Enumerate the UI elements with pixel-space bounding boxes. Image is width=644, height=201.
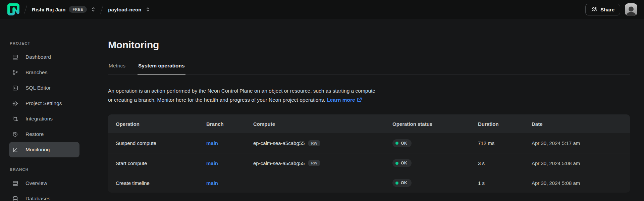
status-cell: OK <box>392 139 478 147</box>
status-ok-dot-icon <box>395 182 398 185</box>
status-badge: OK <box>392 179 412 187</box>
date-cell: Apr 30, 2024 5:08 am <box>532 180 630 186</box>
breadcrumb-slash <box>24 5 27 13</box>
status-label: OK <box>401 141 407 146</box>
user-avatar[interactable] <box>625 3 637 16</box>
compute-endpoint: ep-calm-sea-a5cabg55 <box>253 140 305 146</box>
sidebar-item-project-settings[interactable]: Project Settings <box>9 96 79 111</box>
top-bar: Rishi Raj Jain FREE payload-neon <box>0 0 644 19</box>
project-selector[interactable]: payload-neon <box>108 6 150 12</box>
status-badge: OK <box>392 139 412 147</box>
status-cell: OK <box>392 159 478 167</box>
status-label: OK <box>401 181 407 185</box>
compute-cell: ep-calm-sea-a5cabg55RW <box>253 140 392 146</box>
share-button[interactable]: Share <box>585 4 620 15</box>
org-selector[interactable]: Rishi Raj Jain FREE <box>32 6 96 13</box>
status-label: OK <box>401 161 407 165</box>
chevron-updown-icon[interactable] <box>91 6 96 12</box>
page-title: Monitoring <box>108 39 630 51</box>
plan-badge: FREE <box>69 6 87 13</box>
branch-link[interactable]: main <box>206 160 218 166</box>
learn-more-label: Learn more <box>327 95 355 104</box>
column-header-branch: Branch <box>206 121 253 127</box>
sidebar-item-label: Overview <box>25 180 47 186</box>
sidebar-item-label: Databases <box>25 196 50 201</box>
status-ok-dot-icon <box>395 142 398 145</box>
tab-system-operations[interactable]: System operations <box>138 63 185 74</box>
sidebar-item-databases[interactable]: Databases <box>9 191 79 201</box>
duration-cell: 1 s <box>478 180 532 186</box>
sql-editor-icon <box>12 85 18 91</box>
column-header-date: Date <box>532 121 630 127</box>
sidebar-item-label: Monitoring <box>25 147 50 153</box>
compute-endpoint: ep-calm-sea-a5cabg55 <box>253 160 305 166</box>
column-header-operation-status: Operation status <box>392 121 478 127</box>
branch-cell: main <box>206 180 253 186</box>
duration-cell: 712 ms <box>478 140 532 146</box>
operation-cell: Suspend compute <box>116 140 206 146</box>
sidebar-section-label: BRANCH <box>10 167 93 171</box>
sidebar-item-dashboard[interactable]: Dashboard <box>9 49 79 65</box>
monitoring-icon <box>12 147 18 153</box>
sidebar-item-label: SQL Editor <box>25 85 51 91</box>
table-row: Suspend computemainep-calm-sea-a5cabg55R… <box>108 133 630 153</box>
column-header-compute: Compute <box>253 121 392 127</box>
operation-cell: Start compute <box>116 160 206 166</box>
sidebar-section-label: PROJECT <box>10 41 93 45</box>
restore-icon <box>12 132 18 137</box>
branch-cell: main <box>206 160 253 166</box>
tab-bar: MetricsSystem operations <box>108 63 630 74</box>
branch-link[interactable]: main <box>206 180 218 186</box>
sidebar-item-integrations[interactable]: Integrations <box>9 111 79 127</box>
branch-link[interactable]: main <box>206 140 218 146</box>
integrations-icon <box>12 116 18 122</box>
sidebar: PROJECTDashboardBranchesSQL EditorProjec… <box>0 19 93 201</box>
sidebar-item-label: Integrations <box>25 116 53 122</box>
dashboard-icon <box>12 54 18 60</box>
project-name: payload-neon <box>108 7 141 12</box>
databases-icon <box>12 196 18 201</box>
avatar-silhouette-icon <box>625 6 637 16</box>
page-description: An operation is an action performed by t… <box>108 86 630 104</box>
sidebar-item-monitoring[interactable]: Monitoring <box>9 142 79 157</box>
description-line-1: An operation is an action performed by t… <box>108 88 375 94</box>
date-cell: Apr 30, 2024 5:17 am <box>532 140 630 146</box>
external-link-icon <box>357 97 362 102</box>
branch-cell: main <box>206 140 253 146</box>
compute-rw-badge: RW <box>308 160 320 166</box>
neon-logo-icon[interactable] <box>7 3 19 15</box>
compute-cell: ep-calm-sea-a5cabg55RW <box>253 160 392 166</box>
sidebar-item-label: Project Settings <box>25 100 62 106</box>
breadcrumb: Rishi Raj Jain FREE payload-neon <box>7 3 585 15</box>
operations-table: OperationBranchComputeOperation statusDu… <box>108 114 630 193</box>
branches-icon <box>12 70 18 76</box>
learn-more-link[interactable]: Learn more <box>327 95 362 104</box>
status-cell: OK <box>392 179 478 187</box>
sidebar-item-restore[interactable]: Restore <box>9 127 79 142</box>
status-badge: OK <box>392 159 412 167</box>
column-header-operation: Operation <box>116 121 206 127</box>
sidebar-item-branches[interactable]: Branches <box>9 65 79 80</box>
sidebar-item-label: Branches <box>25 69 47 76</box>
table-body: Suspend computemainep-calm-sea-a5cabg55R… <box>108 133 630 193</box>
share-label: Share <box>600 7 614 12</box>
duration-cell: 3 s <box>478 160 532 166</box>
date-cell: Apr 30, 2024 5:08 am <box>532 160 630 166</box>
column-header-duration: Duration <box>478 121 532 127</box>
tab-metrics[interactable]: Metrics <box>108 63 126 74</box>
sidebar-item-sql-editor[interactable]: SQL Editor <box>9 80 79 96</box>
operation-cell: Create timeline <box>116 180 206 186</box>
description-line-2: or creating a branch. Monitor here for t… <box>108 97 325 103</box>
project-settings-icon <box>12 101 18 106</box>
compute-rw-badge: RW <box>308 140 320 146</box>
sidebar-item-overview[interactable]: Overview <box>9 175 79 191</box>
chevron-updown-icon[interactable] <box>146 6 150 12</box>
people-icon <box>591 6 597 13</box>
overview-icon <box>12 181 18 186</box>
main-content: Monitoring MetricsSystem operations An o… <box>93 19 644 201</box>
sidebar-item-label: Restore <box>25 131 44 137</box>
status-ok-dot-icon <box>395 162 398 165</box>
table-header-row: OperationBranchComputeOperation statusDu… <box>108 114 630 133</box>
table-row: Create timelinemainOK1 sApr 30, 2024 5:0… <box>108 173 630 193</box>
table-row: Start computemainep-calm-sea-a5cabg55RWO… <box>108 153 630 173</box>
